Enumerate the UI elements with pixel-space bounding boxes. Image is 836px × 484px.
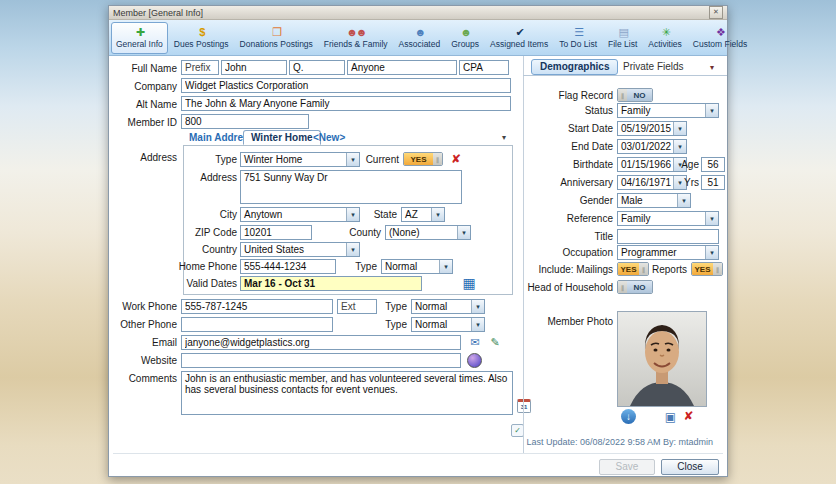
work-phone-type-select[interactable]: Normal ▾ [411,299,485,314]
tab-demographics[interactable]: Demographics [531,59,618,75]
head-of-household-toggle[interactable]: ∥ NO [617,280,653,294]
send-email-icon[interactable]: ✉ [467,334,483,350]
birthdate-label: Birthdate [513,159,613,170]
chevron-down-icon: ▾ [673,122,686,135]
anniversary-label: Anniversary [513,177,613,188]
street-label: Address [173,172,237,183]
close-button[interactable]: Close [661,459,719,475]
work-phone-ext-input[interactable] [337,299,377,314]
title-label: Title [513,231,613,242]
other-phone-type-select[interactable]: Normal ▾ [411,317,485,332]
country-select[interactable]: United States ▾ [240,242,360,257]
address-type-value: Winter Home [241,153,346,166]
globe-icon[interactable] [467,353,482,368]
email-input[interactable] [181,335,461,350]
website-input[interactable] [181,353,461,368]
middle-name-input[interactable] [289,60,345,75]
toolbar-tab-activities[interactable]: ✳ Activities [643,22,687,54]
include-mailings-toggle[interactable]: YES ∥ [617,262,649,276]
gift-icon: ❒ [272,27,280,38]
member-photo[interactable] [617,311,707,407]
toolbar-tab-groups[interactable]: ☻ Groups [446,22,484,54]
chevron-down-icon: ▾ [346,153,359,166]
chevron-down-icon: ▾ [439,260,452,273]
toggle-yes-segment: YES [618,263,639,275]
chevron-down-icon: ▾ [346,208,359,221]
address-tabs-chevron-down-icon[interactable]: ▾ [499,132,509,142]
county-value: (None) [386,226,457,239]
delete-photo-icon[interactable]: ✘ [681,408,696,424]
activity-icon: ✳ [661,27,668,38]
checkmark-icon: ✔ [516,27,523,38]
toolbar-tab-to-do-list[interactable]: ☰ To Do List [554,22,602,54]
current-toggle[interactable]: YES ∥ [403,152,443,166]
footer-divider [113,453,723,454]
company-input[interactable] [181,78,511,93]
include-reports-toggle[interactable]: YES ∥ [691,262,723,276]
occupation-value: Programmer [618,246,705,259]
prefix-input[interactable] [181,60,219,75]
country-label: Country [173,244,237,255]
toolbar-tab-associated[interactable]: ☻ Associated [394,22,446,54]
start-date-label: Start Date [513,123,613,134]
anniversary-value: 04/16/1971 [618,176,673,189]
suffix-input[interactable] [459,60,509,75]
state-select[interactable]: AZ ▾ [401,207,445,222]
flag-record-toggle[interactable]: ∥ NO [617,88,653,102]
compose-email-icon[interactable]: ✎ [487,334,503,350]
toolbar-tab-custom-fields[interactable]: ❖ Custom Fields [688,22,752,54]
toolbar-tab-file-list[interactable]: ▤ File List [603,22,642,54]
toolbar-tab-label: General Info [116,39,163,49]
city-label: City [183,209,237,220]
edit-photo-icon[interactable]: ▣ [663,409,678,424]
reports-label: Reports [651,264,687,275]
member-id-input[interactable] [181,114,309,129]
toolbar-tab-friends-family[interactable]: ☻☻ Friends & Family [319,22,393,54]
tab-new-address[interactable]: <New> [313,131,345,145]
state-value: AZ [402,208,431,221]
end-date-input[interactable]: 03/01/2022 ▾ [617,139,687,154]
import-photo-icon[interactable]: ↓ [621,409,636,424]
gender-select[interactable]: Male ▾ [617,193,691,208]
toolbar-tab-donations-postings[interactable]: ❒ Donations Postings [235,22,318,54]
reference-select[interactable]: Family ▾ [617,211,719,226]
close-icon[interactable]: ✕ [709,6,723,19]
alt-name-input[interactable] [181,96,511,111]
home-phone-type-select[interactable]: Normal ▾ [381,259,453,274]
file-icon: ▤ [618,27,626,38]
zip-input[interactable] [240,225,312,240]
address-type-select[interactable]: Winter Home ▾ [240,152,360,167]
county-select[interactable]: (None) ▾ [385,225,471,240]
home-phone-input[interactable] [240,259,336,274]
status-select[interactable]: Family ▾ [617,103,719,118]
calendar-31-icon[interactable]: 31 [517,399,531,413]
last-name-input[interactable] [347,60,457,75]
toolbar-tab-general-info[interactable]: ✚ General Info [111,22,168,54]
work-phone-input[interactable] [181,299,333,314]
toolbar-tab-assigned-items[interactable]: ✔ Assigned Items [485,22,553,54]
end-date-label: End Date [513,141,613,152]
comments-input[interactable]: John is an enthusiastic member, and has … [181,371,513,415]
demographics-chevron-down-icon[interactable]: ▾ [707,62,717,72]
chevron-down-icon: ▾ [705,104,718,117]
other-phone-input[interactable] [181,317,333,332]
first-name-input[interactable] [221,60,287,75]
occupation-select[interactable]: Programmer ▾ [617,245,719,260]
valid-dates-input[interactable] [240,276,422,291]
title-input[interactable] [617,229,719,244]
valid-dates-label: Valid Dates [163,278,237,289]
save-button[interactable]: Save [599,459,655,475]
calendar-icon[interactable]: ▦ [461,275,477,291]
home-phone-type-value: Normal [382,260,439,273]
full-name-label: Full Name [113,63,177,74]
delete-address-icon[interactable]: ✘ [449,151,463,166]
work-phone-type-value: Normal [412,300,471,313]
street-input[interactable]: 751 Sunny Way Dr [240,170,462,204]
custom-fields-icon: ❖ [716,27,724,38]
start-date-input[interactable]: 05/19/2015 ▾ [617,121,687,136]
toolbar-tab-dues-postings[interactable]: $ Dues Postings [169,22,234,54]
tab-winter-home[interactable]: Winter Home [243,130,321,145]
toggle-grip-icon: ∥ [639,263,648,275]
city-select[interactable]: Anytown ▾ [240,207,360,222]
tab-private-fields[interactable]: Private Fields [615,60,692,74]
